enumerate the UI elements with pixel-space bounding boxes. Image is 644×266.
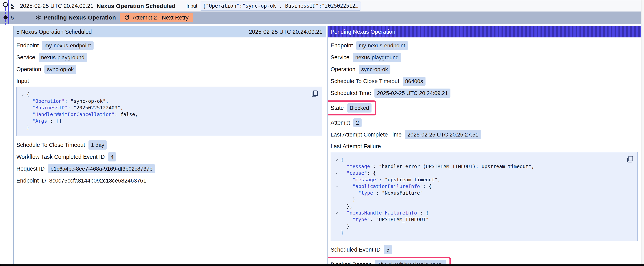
field-value-chip: 4 (108, 152, 116, 161)
field-label: Operation (16, 66, 41, 73)
json-line: "Operation": "sync-op-ok", (18, 98, 310, 105)
event-row-pending-nexus-operation[interactable]: 5 Pending Nexus Operation Attempt 2 · Ne… (0, 12, 644, 24)
field-blocked-reason: Blocked Reason The circuit breaker is op… (330, 257, 638, 264)
panel-title: Pending Nexus Operation (330, 29, 395, 35)
field-value-chip: 1 day (88, 140, 107, 150)
scheduled-event-panel: 5 Nexus Operation Scheduled 2025-02-25 U… (13, 26, 326, 264)
field-value-chip: my-nexus-endpoint (42, 41, 94, 50)
json-line: } (332, 223, 626, 229)
pending-operation-panel: Pending Nexus Operation Endpoint my-nexu… (328, 26, 642, 264)
field-service: Service nexus-playground (16, 53, 322, 62)
field-label: Last Attempt Complete Time (330, 131, 402, 138)
field-label: Attempt (330, 120, 350, 126)
field-value-chip: nexus-playground (353, 53, 401, 62)
json-line: { (18, 91, 310, 98)
json-line: "message": "handler error (UPSTREAM_TIME… (332, 163, 626, 170)
event-id-link[interactable]: 5 (11, 15, 14, 21)
field-label: State (330, 105, 344, 111)
json-line: "type": "UPSTREAM_TIMEOUT" (332, 216, 626, 223)
json-line: "applicationFailureInfo": { (332, 183, 626, 190)
json-line: } (332, 229, 626, 236)
input-section-label: Input (16, 78, 322, 84)
blocked-reason-value-chip: The circuit breaker is open. (375, 260, 446, 264)
field-scheduled-time: Scheduled Time 2025-02-25 UTC 20:24:09.2… (330, 89, 638, 98)
copy-button[interactable] (626, 155, 634, 163)
field-endpoint: Endpoint my-nexus-endpoint (330, 41, 638, 50)
field-value-chip: nexus-playground (38, 53, 87, 62)
json-line: "BusinessID": "20250225122409", (18, 105, 310, 111)
field-label: Scheduled Time (330, 90, 371, 96)
json-line: "message": "upstream timeout", (332, 176, 626, 183)
state-value-chip: Blocked (347, 103, 372, 113)
field-value-chip: b1c6a4bc-8ee7-468a-9169-df3b02c8737b (48, 164, 155, 173)
chevron-down-icon[interactable] (21, 94, 24, 96)
field-schedule-to-close-timeout: Schedule To Close Timeout 86400s (330, 77, 638, 86)
pending-operation-panel-header: Pending Nexus Operation (328, 26, 641, 38)
chevron-down-icon[interactable] (335, 172, 338, 174)
field-label: Service (16, 54, 35, 61)
scrollbar-gutter[interactable] (641, 1, 644, 266)
json-line: "cause": { (332, 170, 626, 176)
json-line: } (332, 196, 626, 203)
retry-attempt-badge: Attempt 2 · Next Retry (120, 13, 193, 22)
json-line: } (18, 124, 310, 131)
json-line: }, (332, 203, 626, 210)
event-detail-panels: 5 Nexus Operation Scheduled 2025-02-25 U… (13, 26, 642, 264)
field-attempt: Attempt 2 (330, 118, 638, 127)
timeline-open-circle-icon (3, 2, 8, 7)
input-json-viewer: { "Operation": "sync-op-ok", "BusinessID… (16, 87, 322, 136)
input-label: Input (186, 3, 198, 9)
last-attempt-failure-label: Last Attempt Failure (330, 143, 638, 150)
field-value-chip: 5 (384, 245, 392, 254)
field-state: State Blocked (330, 100, 638, 115)
chevron-down-icon[interactable] (335, 212, 338, 214)
panel-timestamp: 2025-02-25 UTC 20:24:09.21 (249, 29, 322, 35)
event-row-nexus-operation-scheduled[interactable]: 5 2025-02-25 UTC 20:24:09.21 Nexus Opera… (0, 1, 644, 12)
bottom-divider (0, 264, 644, 265)
chevron-down-icon[interactable] (335, 185, 338, 188)
field-endpoint: Endpoint my-nexus-endpoint (16, 41, 322, 50)
field-value-chip: my-nexus-endpoint (356, 41, 408, 50)
retry-badge-label: Attempt 2 · Next Retry (132, 15, 188, 21)
field-value-chip: sync-op-ok (44, 65, 76, 74)
field-scheduled-event-id: Scheduled Event ID 5 (330, 245, 638, 254)
field-label: Operation (330, 66, 355, 73)
field-schedule-to-close-timeout: Schedule To Close Timeout 1 day (16, 140, 322, 150)
selected-events-indicator-bar (8, 1, 9, 24)
field-last-attempt-complete-time: Last Attempt Complete Time 2025-02-25 UT… (330, 130, 638, 139)
field-label: Request ID (16, 166, 45, 172)
field-value-chip: sync-op-ok (359, 65, 390, 74)
copy-button[interactable] (311, 90, 318, 98)
blocked-reason-highlight-box: Blocked Reason The circuit breaker is op… (328, 257, 451, 264)
field-label: Schedule To Close Timeout (16, 142, 85, 148)
retry-arrow-icon (124, 15, 130, 21)
chevron-down-icon[interactable] (335, 159, 338, 161)
field-label: Schedule To Close Timeout (330, 78, 400, 84)
json-line: "HandlerWaitForCancellation": false, (18, 111, 310, 118)
scheduled-event-panel-header: 5 Nexus Operation Scheduled 2025-02-25 U… (14, 26, 326, 38)
timeline-filled-dot-icon (4, 16, 8, 20)
field-request-id: Request ID b1c6a4bc-8ee7-468a-9169-df3b0… (16, 164, 322, 173)
field-workflow-task-completed-event-id: Workflow Task Completed Event ID 4 (16, 152, 322, 161)
scheduled-event-panel-body: Endpoint my-nexus-endpoint Service nexus… (14, 38, 326, 185)
json-line: { (332, 157, 626, 163)
failure-json-viewer: { "message": "handler error (UPSTREAM_TI… (330, 152, 638, 241)
field-operation: Operation sync-op-ok (16, 65, 322, 74)
copy-icon (311, 90, 318, 98)
event-name: Pending Nexus Operation (44, 14, 116, 21)
workflow-history-screen: 5 2025-02-25 UTC 20:24:09.21 Nexus Opera… (0, 0, 644, 266)
field-value-chip: 2025-02-25 UTC 20:25:27.51 (405, 130, 481, 139)
field-label: Endpoint (16, 42, 39, 49)
pending-asterisk-icon (35, 14, 42, 21)
event-id-link[interactable]: 5 (11, 3, 14, 9)
json-line: "Args": [] (18, 118, 310, 124)
field-label: Blocked Reason (330, 261, 372, 264)
field-value-chip: 86400s (403, 77, 426, 86)
json-line: "nexusHandlerFailureInfo": { (332, 210, 626, 216)
endpoint-id-link[interactable]: 3c0c75ccfa8144b092c13ce632463761 (49, 177, 146, 184)
field-label: Endpoint ID (16, 177, 46, 184)
copy-icon (626, 155, 634, 163)
field-label: Workflow Task Completed Event ID (16, 154, 105, 160)
input-preview-badge: {"Operation":"sync-op-ok","BusinessID":"… (200, 2, 361, 11)
field-label: Service (330, 54, 350, 61)
